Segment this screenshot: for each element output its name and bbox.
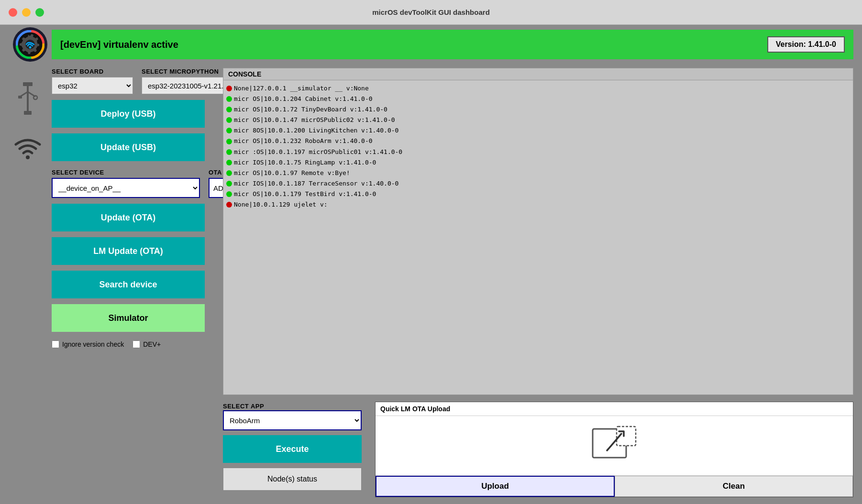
dev-plus-checkbox[interactable] [133, 340, 140, 348]
maximize-button[interactable] [35, 8, 44, 17]
app-select-group: SELECT APP RoboArm [223, 402, 366, 430]
console-text: micr IOS|10.0.1.75 RingLamp v:1.41.0-0 [234, 157, 376, 168]
controls-column: SELECT BOARD esp32 SELECT MICROPYTHON es… [52, 68, 214, 497]
device-select[interactable]: __device_on_AP__ [52, 178, 200, 198]
top-selects-row: SELECT BOARD esp32 SELECT MICROPYTHON es… [52, 68, 214, 94]
console-area: CONSOLE None|127.0.0.1 __simulator __ v:… [223, 68, 853, 395]
app-logo [13, 27, 47, 62]
main-content: [devEnv] virtualenv active Version: 1.41… [0, 25, 862, 504]
device-select-group: SELECT DEVICE __device_on_AP__ [52, 169, 200, 198]
left-panel: SELECT BOARD esp32 SELECT MICROPYTHON es… [9, 68, 214, 497]
status-green-bar: [devEnv] virtualenv active Version: 1.41… [52, 30, 853, 59]
console-text: micr IOS|10.0.1.187 TerraceSensor v:1.40… [234, 178, 398, 189]
right-panel: CONSOLE None|127.0.0.1 __simulator __ v:… [223, 68, 853, 497]
checkbox-row: Ignore version check DEV+ [52, 340, 214, 348]
console-dot [226, 191, 232, 197]
console-text: None|127.0.0.1 __simulator __ v:None [234, 83, 369, 94]
console-box[interactable]: None|127.0.0.1 __simulator __ v:Nonemicr… [223, 80, 853, 395]
close-button[interactable] [9, 8, 17, 17]
nodes-status-button[interactable]: Node(s) status [223, 468, 362, 491]
console-row: micr OS|10.0.1.97 Remote v:Bye! [226, 168, 850, 178]
window-title: micrOS devToolKit GUI dashboard [372, 8, 490, 16]
svg-rect-10 [24, 111, 32, 115]
version-box: Version: 1.41.0-0 [767, 36, 845, 53]
console-dot [226, 128, 232, 133]
svg-rect-3 [23, 82, 33, 86]
env-status: [devEnv] virtualenv active [60, 39, 178, 50]
deploy-usb-button[interactable]: Deploy (USB) [52, 100, 205, 128]
board-label: SELECT BOARD [52, 68, 133, 75]
device-row: SELECT DEVICE __device_on_AP__ OTA PASSW… [52, 169, 214, 198]
svg-rect-7 [18, 96, 22, 99]
usb-icon [15, 82, 40, 116]
console-dot [226, 139, 232, 144]
ignore-version-label: Ignore version check [52, 340, 124, 348]
console-text: micr OS|10.0.1.179 TestBird v:1.41.0-0 [234, 189, 376, 199]
update-ota-button[interactable]: Update (OTA) [52, 204, 205, 231]
logo-icon [16, 30, 44, 59]
console-dot [226, 149, 232, 155]
upload-button[interactable]: Upload [376, 476, 615, 497]
upload-btn-row: Upload Clean [376, 475, 853, 497]
upload-icon [590, 424, 638, 467]
window-controls [9, 8, 44, 17]
dev-plus-label: DEV+ [133, 340, 161, 348]
console-row: micr OS|10.0.1.179 TestBird v:1.41.0-0 [226, 189, 850, 199]
app-select[interactable]: RoboArm [223, 410, 362, 430]
console-row: micr OS|10.0.1.72 TinyDevBoard v:1.41.0-… [226, 104, 850, 115]
console-row: micr 8OS|10.0.1.200 LivingKitchen v:1.40… [226, 125, 850, 136]
console-text: micr OS|10.0.1.72 TinyDevBoard v:1.41.0-… [234, 104, 387, 115]
quick-upload-area: Quick LM OTA Upload [375, 402, 853, 497]
console-row: micr IOS|10.0.1.75 RingLamp v:1.41.0-0 [226, 157, 850, 168]
update-usb-button[interactable]: Update (USB) [52, 133, 205, 161]
console-row: micr IOS|10.0.1.187 TerraceSensor v:1.40… [226, 178, 850, 189]
quick-upload-header: Quick LM OTA Upload [376, 402, 853, 416]
console-row: None|127.0.0.1 __simulator __ v:None [226, 83, 850, 94]
console-dot [226, 86, 232, 91]
console-dot [226, 160, 232, 165]
console-text: micr OS|10.0.1.204 Cabinet v:1.41.0-0 [234, 94, 373, 104]
console-dot [226, 96, 232, 102]
clean-button[interactable]: Clean [615, 476, 853, 497]
ignore-version-checkbox[interactable] [52, 340, 59, 348]
bottom-area: SELECT APP RoboArm Execute Node(s) statu… [223, 402, 853, 497]
execute-button[interactable]: Execute [223, 435, 362, 463]
console-dot [226, 117, 232, 123]
console-text: micr :OS|10.0.1.197 micrOSPublic01 v:1.4… [234, 147, 402, 157]
board-select-group: SELECT BOARD esp32 [52, 68, 133, 94]
console-label: CONSOLE [223, 68, 853, 80]
svg-point-11 [26, 155, 30, 159]
console-dot [226, 181, 232, 186]
lm-update-ota-button[interactable]: LM Update (OTA) [52, 237, 205, 265]
console-dot [226, 107, 232, 112]
console-text: micr OS|10.0.1.97 Remote v:Bye! [234, 168, 350, 178]
console-row: micr :OS|10.0.1.197 micrOSPublic01 v:1.4… [226, 147, 850, 157]
quick-upload-body [376, 416, 853, 475]
select-app-label: SELECT APP [223, 403, 264, 410]
console-dot [226, 170, 232, 176]
svg-point-8 [33, 96, 37, 99]
console-dot [226, 202, 232, 208]
console-text: None|10.0.1.129 ujelet v: [234, 199, 328, 210]
console-row: None|10.0.1.129 ujelet v: [226, 199, 850, 210]
titlebar: micrOS devToolKit GUI dashboard [0, 0, 862, 25]
search-device-button[interactable]: Search device [52, 271, 205, 298]
console-row: micr OS|10.0.1.232 RoboArm v:1.40.0-0 [226, 136, 850, 146]
board-select[interactable]: esp32 [52, 77, 133, 94]
console-text: micr OS|10.0.1.232 RoboArm v:1.40.0-0 [234, 136, 373, 146]
select-app-area: SELECT APP RoboArm Execute Node(s) statu… [223, 402, 366, 497]
console-text: micr 8OS|10.0.1.200 LivingKitchen v:1.40… [234, 125, 398, 136]
status-bar: [devEnv] virtualenv active Version: 1.41… [9, 30, 853, 59]
svg-rect-4 [27, 86, 29, 100]
content-area: SELECT BOARD esp32 SELECT MICROPYTHON es… [9, 68, 853, 497]
minimize-button[interactable] [22, 8, 31, 17]
wifi-icon [13, 135, 42, 160]
device-label: SELECT DEVICE [52, 169, 200, 176]
logo-area [9, 30, 52, 59]
console-row: micr OS|10.0.1.47 micrOSPublic02 v:1.41.… [226, 115, 850, 125]
console-row: micr OS|10.0.1.204 Cabinet v:1.41.0-0 [226, 94, 850, 104]
icon-column [9, 68, 47, 497]
simulator-button[interactable]: Simulator [52, 304, 205, 332]
svg-point-2 [29, 46, 32, 49]
console-text: micr OS|10.0.1.47 micrOSPublic02 v:1.41.… [234, 115, 395, 125]
